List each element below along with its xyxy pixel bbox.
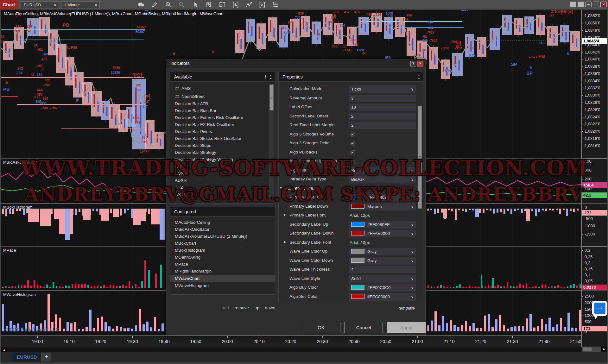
price-axis[interactable]: 1,0845'4 1,0852'01,0850'01,0848'01,0846'… [581, 9, 608, 347]
scrollbar-thumb[interactable] [583, 347, 592, 351]
chart-box-icon[interactable] [230, 1, 241, 9]
ok-button[interactable]: OK [302, 322, 340, 333]
checkbox[interactable]: ✔ [350, 159, 355, 164]
configured-item[interactable]: MRightHandMargin [170, 268, 275, 275]
available-item[interactable]: NeuroStreet [170, 92, 275, 100]
minimize-button[interactable]: — [585, 2, 592, 7]
checkbox[interactable]: ✔ [350, 141, 355, 146]
help-button[interactable]: ? [410, 61, 416, 66]
value-dropdown[interactable]: Gray∨ [349, 257, 416, 265]
available-item[interactable]: Decision Bar Pivots [170, 128, 275, 135]
horizontal-scrollbar[interactable] [582, 346, 601, 352]
zoom-in-icon[interactable] [163, 1, 174, 9]
configured-item[interactable]: MWaveChart [170, 275, 275, 282]
value-dropdown[interactable]: Smart∨ [349, 167, 416, 174]
spinner-icon[interactable]: ▲▼ [269, 73, 273, 80]
properties-scrollbar[interactable] [417, 105, 422, 210]
pencil-icon[interactable] [149, 1, 160, 9]
available-item[interactable]: AMS [170, 85, 275, 92]
available-item[interactable]: ADX [170, 170, 275, 177]
bracket-x-icon[interactable] [256, 1, 268, 9]
configured-item[interactable]: MBoxHistogram [170, 247, 275, 254]
configured-item[interactable]: MPace [170, 261, 275, 268]
scrollbar-thumb[interactable] [418, 106, 422, 209]
value-input[interactable]: 3 [349, 95, 416, 102]
available-item[interactable]: Decision Bar Futures Risk Oscillator [170, 114, 275, 121]
value-input[interactable]: 2 [349, 122, 416, 129]
time-axis[interactable]: 19:0019:1019:2019:3019:4019:5020:0020:10… [0, 336, 581, 347]
dialog-close-button[interactable]: ✕ [417, 61, 423, 66]
scrollbar-thumb[interactable] [269, 85, 274, 110]
dialog-titlebar[interactable]: Indicators ? ✕ [166, 59, 426, 68]
available-item[interactable]: Decision Bar ATR [170, 100, 275, 107]
cancel-button[interactable]: Cancel [344, 322, 383, 333]
available-item[interactable]: Decision Bar Strategy [170, 149, 275, 156]
remove-action[interactable]: remove [235, 305, 249, 310]
value-dropdown[interactable]: #FF004080∨ [349, 194, 416, 201]
expand-icon[interactable]: ▶ [284, 241, 286, 243]
template-link[interactable]: template [398, 306, 415, 311]
available-scrollbar[interactable] [269, 84, 274, 203]
instrument-select[interactable]: EURUSD ∨ [21, 1, 59, 8]
value-dropdown[interactable]: #FFC00000∨ [349, 293, 416, 301]
scroll-right-button[interactable]: ▶ [601, 346, 607, 352]
cursor-icon[interactable] [190, 1, 201, 9]
tab-eurusd[interactable]: EURUSD [12, 352, 42, 362]
up-action[interactable]: up [255, 305, 259, 310]
available-item[interactable]: Decision Bar Stops [170, 142, 275, 149]
value-dropdown[interactable]: BidAsk∨ [349, 176, 416, 183]
available-item[interactable]: Decision Bar Bias Bar [170, 107, 275, 114]
close-button[interactable]: ✕ [600, 2, 607, 7]
spinner-icon[interactable]: ▲▼ [417, 73, 421, 80]
add-action[interactable]: add [222, 305, 229, 310]
expand-icon[interactable]: ▶ [284, 213, 286, 216]
value-input[interactable]: 2 [349, 113, 416, 120]
value-dropdown[interactable]: #FFAE0000∨ [349, 230, 416, 237]
taskbar-button[interactable] [570, 2, 576, 7]
zoom-out-icon[interactable] [176, 1, 187, 9]
available-item[interactable]: ADL [170, 163, 275, 170]
configured-list[interactable]: MAutoFloorCeilingMBidAskOscillatorMBidAs… [170, 217, 275, 294]
value-input[interactable]: 10 [349, 104, 416, 111]
available-item[interactable]: Decision Bar Strategy Warning [170, 156, 275, 163]
value-dropdown[interactable]: Solid∨ [349, 275, 416, 283]
configured-item[interactable]: MWaveHistogram [170, 282, 275, 289]
available-item[interactable]: Decision Bar Stocks Risk Oscillator [170, 135, 275, 142]
checkbox[interactable]: ✔ [350, 150, 355, 155]
list-icon[interactable] [270, 1, 281, 9]
available-item[interactable]: Aroon [170, 191, 275, 198]
value-dropdown[interactable]: #FF0080FF∨ [349, 221, 416, 229]
polyline-icon[interactable] [243, 1, 255, 9]
value-dropdown[interactable]: Ticks∨ [349, 85, 416, 93]
property-value: #FF004080∨ [349, 194, 416, 201]
checkbox[interactable]: ✔ [350, 132, 355, 137]
interval-select[interactable]: 1 Minute ∨ [61, 1, 100, 8]
configured-item[interactable]: MGannSwing [170, 254, 275, 261]
value-dropdown[interactable]: Maroon∨ [349, 203, 416, 210]
configured-item[interactable]: MAutoFloorCeiling [170, 219, 275, 226]
teamviewer-overlay-icon[interactable]: ⇔ [592, 301, 608, 319]
down-action[interactable]: down [265, 305, 275, 310]
chart-menu-button[interactable]: Chart [0, 0, 18, 9]
info-icon[interactable]: i [265, 72, 266, 82]
available-item[interactable]: APZ [170, 184, 275, 191]
value-input[interactable]: 4 [349, 266, 416, 273]
configured-item[interactable]: MBidAskOscillator [170, 226, 275, 233]
doc-search-icon[interactable] [203, 1, 215, 9]
expand-icon[interactable]: ▼ [280, 186, 282, 189]
available-item[interactable]: ADXR [170, 177, 275, 184]
configured-item[interactable]: MBidAskVolume(EURUSD (1 Minute)) [170, 233, 275, 240]
time-tick [576, 336, 576, 338]
configured-item[interactable]: MBoxChart [170, 240, 275, 247]
add-tab-button[interactable]: + [42, 353, 51, 361]
restore-button[interactable]: ❐ [593, 2, 599, 7]
svg-text:563: 563 [42, 52, 48, 56]
window-split-icon[interactable] [217, 1, 228, 9]
taskbar-button[interactable] [578, 2, 584, 7]
value-dropdown[interactable]: #FF00C0C0∨ [349, 284, 416, 292]
available-item[interactable]: Decision Bar FX Risk Oscillator [170, 121, 275, 128]
available-list[interactable]: AMSNeuroStreetDecision Bar ATRDecision B… [170, 82, 275, 203]
apply-button[interactable]: Apply [387, 322, 426, 333]
value-dropdown[interactable]: Gray∨ [349, 248, 416, 255]
candles-icon[interactable] [136, 1, 147, 9]
